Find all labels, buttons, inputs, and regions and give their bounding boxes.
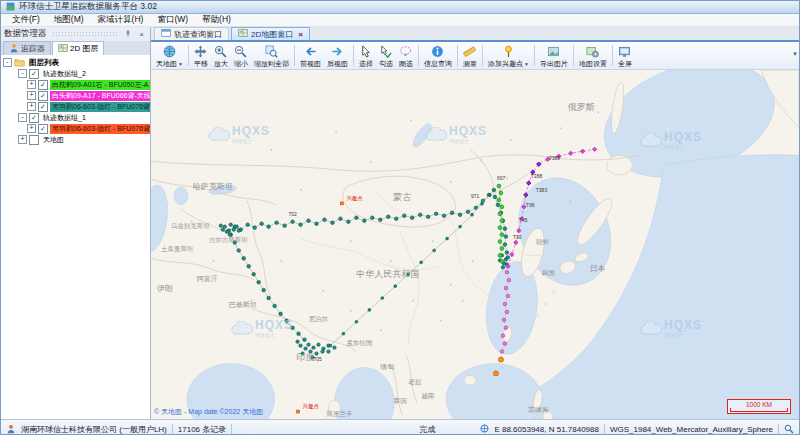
layer-checkbox[interactable]: ✓	[29, 69, 39, 79]
layer-checkbox[interactable]	[29, 135, 39, 145]
track-point	[492, 188, 496, 192]
track-point	[498, 240, 502, 244]
map-canvas[interactable]: 俄罗斯哈萨克斯坦蒙古中华人民共和国日本朝鲜韩国印度缅甸泰国老挝越南阿富汗巴基斯坦…	[151, 70, 799, 419]
expander-icon[interactable]: +	[27, 91, 36, 100]
magnifier-icon[interactable]	[784, 424, 794, 435]
toolbar-button-label: 选择	[359, 60, 373, 68]
toolbar-button-fullscreen[interactable]: 全屏	[615, 44, 635, 68]
toolbar-overflow-icon[interactable]: ▼	[792, 51, 798, 57]
track-point	[312, 346, 315, 349]
doc-tab-0[interactable]: 轨迹查询窗口	[154, 27, 229, 40]
point-label: T45	[519, 218, 528, 223]
zoom-in-icon	[214, 45, 227, 60]
track-point	[496, 203, 500, 207]
expander-icon[interactable]: +	[18, 135, 27, 144]
track-point	[242, 257, 246, 261]
tree-node-layer[interactable]: +✓白枕鹤09-A01右 - BFU050左-A	[3, 79, 150, 90]
toolbar-button-cursor[interactable]: 选择	[356, 44, 376, 68]
menu-item-0[interactable]: 文件(F)	[5, 14, 47, 26]
track-point	[237, 229, 240, 232]
panel-tab-0[interactable]: 追踪器	[3, 41, 51, 55]
track-point	[459, 225, 462, 228]
toolbar-button-label: 缩小	[234, 60, 248, 68]
dropdown-arrow-icon: ▼	[524, 60, 529, 68]
track-point	[497, 198, 501, 202]
expander-icon[interactable]: -	[18, 113, 27, 122]
toolbar-button-globe[interactable]: 天地图▼	[153, 44, 186, 68]
track-point	[501, 334, 505, 338]
track-point	[505, 310, 509, 314]
toolbar-button-arrow-left[interactable]: 前视图	[297, 44, 324, 68]
toolbar-button-measure[interactable]: 测量	[460, 44, 480, 68]
layer-checkbox[interactable]: ✓	[38, 124, 48, 134]
doc-tab-1[interactable]: 2D地图窗口×	[231, 27, 310, 40]
track-point	[342, 332, 345, 335]
tree-node-layer[interactable]: +✓黑羽鹳06-603-德红 - BFU076背	[3, 101, 150, 112]
toolbar-button-export[interactable]: 导出图片	[537, 44, 571, 68]
poi-marker[interactable]	[297, 410, 300, 413]
tree-node-group[interactable]: -✓轨迹数据组_2	[3, 68, 150, 79]
tree-node-group[interactable]: +天地图	[3, 134, 150, 145]
tab-close-icon[interactable]: ×	[298, 30, 303, 39]
zoom-all-icon	[265, 45, 278, 60]
toolbar-button-zoom-out[interactable]: 缩小	[231, 44, 251, 68]
doc-tab-label: 轨迹查询窗口	[174, 29, 222, 40]
expander-icon[interactable]: +	[27, 102, 36, 111]
toolbar-button-poi[interactable]: 添加兴趣点▼	[485, 44, 532, 68]
toolbar-button-arrow-right[interactable]: 后视图	[324, 44, 351, 68]
place-label: 蒙古	[393, 192, 411, 202]
tree-node-group[interactable]: -✓轨迹数据组_1	[3, 112, 150, 123]
toolbar-button-label: 信息查询	[424, 60, 452, 68]
tree-node-layer[interactable]: +✓白头鹤09-A17 - BFU066背-天线-A-2.21油	[3, 90, 150, 101]
layer-checkbox[interactable]: ✓	[38, 91, 48, 101]
toolbar-button-info[interactable]: 信息查询	[421, 44, 455, 68]
layer-checkbox[interactable]: ✓	[38, 80, 48, 90]
layer-checkbox[interactable]: ✓	[38, 102, 48, 112]
toolbar-separator	[482, 45, 483, 66]
cursor-check-icon	[379, 45, 392, 60]
track-point	[303, 338, 307, 342]
expander-icon[interactable]: -	[18, 69, 27, 78]
fullscreen-icon	[618, 45, 631, 60]
panel-tab-1[interactable]: 2D 图层	[52, 41, 104, 55]
track-point	[501, 266, 504, 269]
toolbar-button-pan[interactable]: 平移	[191, 44, 211, 68]
place-label: 乌兹别克斯坦	[171, 222, 210, 230]
menu-item-1[interactable]: 地图(M)	[47, 14, 91, 26]
toolbar-button-zoom-in[interactable]: 放大	[211, 44, 231, 68]
menu-item-3[interactable]: 窗口(W)	[150, 14, 195, 26]
tree-node-layer[interactable]: +✓黑羽鹳06-603-德红 - BFU076背	[3, 123, 150, 134]
expander-icon[interactable]: +	[27, 80, 36, 89]
tree-root-row[interactable]: -图层列表	[3, 57, 150, 68]
track-point	[315, 222, 319, 226]
menu-item-2[interactable]: 家域计算(H)	[91, 14, 151, 26]
poi-marker[interactable]	[340, 202, 343, 205]
toolbar-button-map-settings[interactable]: 地图设置	[576, 44, 610, 68]
toolbar-button-cursor-check[interactable]: 勾选	[376, 44, 396, 68]
track-point	[394, 217, 398, 221]
track-point	[371, 216, 375, 220]
menu-item-4[interactable]: 帮助(H)	[195, 14, 238, 26]
track-point	[426, 215, 430, 219]
toolbar-button-zoom-all[interactable]: 缩放到全部	[251, 44, 292, 68]
place-label: 斯里兰卡	[326, 410, 352, 417]
track-point	[493, 371, 498, 376]
tree-root-label: 图层列表	[27, 58, 61, 68]
toolbar-separator	[612, 45, 613, 66]
title-bar: 环球信士卫星追踪数据服务平台 3.02	[1, 1, 799, 14]
layer-label: 轨迹数据组_2	[41, 69, 88, 79]
track-point	[418, 213, 422, 217]
place-label: 朝鲜	[536, 239, 549, 246]
toolbar-button-label: 勾选	[379, 60, 393, 68]
person-icon	[9, 43, 19, 55]
expander-icon[interactable]: +	[27, 124, 36, 133]
poi-label: 兴趣点	[346, 195, 363, 202]
layer-checkbox[interactable]: ✓	[29, 113, 39, 123]
point-label: T30	[513, 235, 522, 240]
pin-icon[interactable]	[122, 29, 133, 40]
toolbar-separator	[573, 45, 574, 66]
toolbar-button-lasso[interactable]: 圈选	[396, 44, 416, 68]
close-icon[interactable]: ×	[136, 29, 147, 40]
toolbar-separator	[353, 45, 354, 66]
expander-icon[interactable]: -	[3, 58, 12, 67]
